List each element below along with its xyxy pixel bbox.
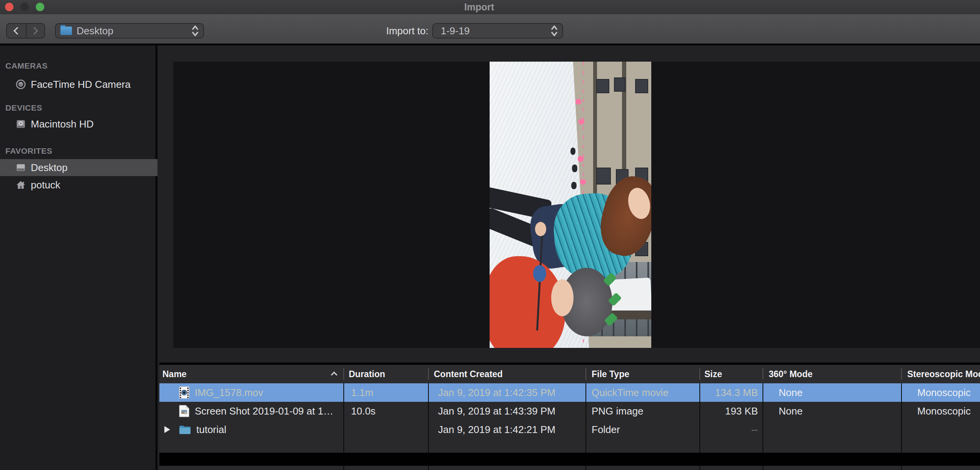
sidebar-item-macintosh-hd[interactable]: Macintosh HD: [0, 115, 157, 133]
column-header-size[interactable]: Size: [700, 365, 763, 383]
camera-icon: [15, 79, 26, 90]
table-filler-cell: [586, 466, 700, 470]
chevron-left-icon: [13, 27, 21, 35]
file-name: IMG_1578.mov: [195, 387, 263, 399]
disclosure-triangle-icon[interactable]: [164, 426, 170, 433]
cell-duration: [344, 420, 429, 439]
photo-flag: [579, 119, 584, 125]
photo-person: [533, 265, 546, 282]
photo-person: [551, 279, 574, 317]
photo-window: [614, 77, 625, 92]
column-header-file-type[interactable]: File Type: [586, 365, 700, 383]
table-bottom-gap: [159, 453, 980, 466]
navigation-buttons: [6, 23, 45, 39]
cell-file-type: PNG image: [586, 402, 700, 420]
table-bottom-strip: [159, 466, 980, 470]
photo-person: [535, 222, 546, 236]
zoom-button[interactable]: [36, 3, 44, 11]
column-header-name[interactable]: Name: [159, 365, 344, 383]
sidebar-item-label: potuck: [31, 179, 60, 191]
photo-figure: [571, 182, 576, 189]
table-filler-cell: [902, 466, 980, 470]
cell-size: 193 KB: [700, 402, 763, 420]
chevron-right-icon: [30, 27, 38, 35]
sidebar-item-label: FaceTime HD Camera: [31, 79, 130, 91]
column-header-duration[interactable]: Duration: [344, 365, 429, 383]
table-filler-cell: [159, 466, 344, 470]
cell-size: 134.3 MB: [700, 383, 763, 402]
cell-360-mode: [763, 420, 902, 439]
home-icon: [15, 180, 26, 190]
photo-window: [596, 79, 609, 93]
cell-360-mode: None: [763, 402, 902, 420]
main-content: CAMERAS FaceTime HD Camera DEVICES Macin…: [0, 45, 980, 470]
cell-duration: 10.0s: [344, 402, 429, 420]
sidebar-item-label: Desktop: [31, 162, 67, 174]
table-row[interactable]: Screen Shot 2019-01-09 at 1… 10.0s Jan 9…: [159, 402, 980, 420]
table-filler-cell: [902, 439, 980, 453]
window-title: Import: [464, 2, 494, 13]
hard-drive-icon: [15, 119, 26, 129]
sidebar-item-potuck[interactable]: potuck: [0, 176, 157, 194]
sidebar-section-favorites-label: FAVORITES: [5, 146, 52, 156]
forward-button[interactable]: [26, 24, 45, 38]
cell-stereoscopic-mode: [902, 420, 980, 439]
back-button[interactable]: [7, 24, 26, 38]
import-to-popup[interactable]: 1-9-19: [432, 23, 563, 39]
table-filler-cell: [700, 466, 763, 470]
table-filler-cell: [429, 439, 586, 453]
cell-duration: 1.1m: [344, 383, 429, 402]
sidebar-item-facetime-camera[interactable]: FaceTime HD Camera: [0, 76, 157, 93]
folder-icon: [179, 425, 191, 434]
table-filler-cell: [700, 439, 763, 453]
table-empty-area: [159, 439, 980, 453]
cell-file-type: QuickTime movie: [586, 383, 700, 402]
preview-panel: [173, 62, 980, 348]
photo-flag: [575, 99, 581, 105]
sidebar-section-cameras-label: CAMERAS: [5, 61, 48, 70]
window-titlebar: Import: [0, 0, 980, 14]
column-header-content-created[interactable]: Content Created: [429, 365, 586, 383]
cell-stereoscopic-mode: Monoscopic: [902, 402, 980, 420]
minimize-button[interactable]: [20, 3, 29, 11]
cell-content-created: Jan 9, 2019 at 1:42:21 PM: [429, 420, 586, 439]
sort-ascending-icon: [331, 372, 338, 378]
close-button[interactable]: [5, 3, 13, 11]
cell-size: --: [700, 420, 763, 439]
table-header: Name Duration Content Created File Type …: [159, 365, 980, 383]
cell-content-created: Jan 9, 2019 at 1:42:35 PM: [429, 383, 586, 402]
desktop-icon: [15, 162, 26, 173]
table-filler-cell: [763, 439, 902, 453]
popup-stepper-icon: [551, 24, 558, 37]
file-name: Screen Shot 2019-01-09 at 1…: [195, 405, 333, 417]
cell-file-type: Folder: [586, 420, 700, 439]
location-popup[interactable]: Desktop: [55, 23, 204, 39]
sidebar-item-desktop[interactable]: Desktop: [0, 159, 157, 176]
table-filler-cell: [763, 466, 902, 470]
location-popup-value: Desktop: [77, 25, 192, 37]
cell-360-mode: None: [763, 383, 902, 402]
png-file-icon: [179, 405, 189, 417]
column-header-360-mode[interactable]: 360° Mode: [763, 365, 902, 383]
import-to-label: Import to:: [331, 23, 428, 39]
sidebar-item-label: Macintosh HD: [31, 118, 94, 130]
photo-window: [635, 79, 648, 93]
sidebar-section-devices-label: DEVICES: [5, 103, 42, 112]
table-filler-cell: [344, 439, 429, 453]
table-row[interactable]: tutorial Jan 9, 2019 at 1:42:21 PM Folde…: [159, 420, 980, 439]
popup-stepper-icon: [192, 24, 199, 37]
movie-file-icon: [179, 386, 189, 399]
import-to-popup-value: 1-9-19: [441, 25, 551, 37]
photo-flag: [580, 179, 586, 185]
table-filler-cell: [159, 439, 344, 453]
table-filler-cell: [586, 439, 700, 453]
column-header-stereoscopic-mode[interactable]: Stereoscopic Mode: [902, 365, 980, 383]
table-row[interactable]: IMG_1578.mov 1.1m Jan 9, 2019 at 1:42:35…: [159, 383, 980, 402]
preview-photo: [490, 62, 651, 348]
file-name: tutorial: [196, 424, 226, 436]
file-table: Name Duration Content Created File Type …: [159, 363, 980, 470]
photo-window: [596, 168, 611, 185]
sidebar: CAMERAS FaceTime HD Camera DEVICES Macin…: [0, 45, 157, 470]
photo-flag: [578, 156, 584, 162]
toolbar: Desktop Import to: 1-9-19: [0, 14, 980, 44]
